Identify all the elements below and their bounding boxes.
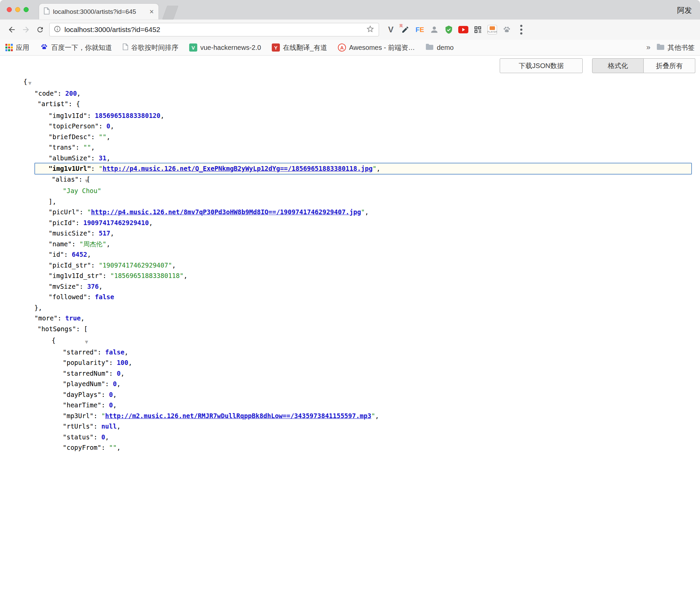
bookmark-label: Awesomes - 前端资… — [349, 43, 415, 52]
folder-icon — [426, 43, 434, 52]
bookmarks-overflow-chevron[interactable]: » — [646, 43, 650, 52]
zoom-window-button[interactable] — [24, 7, 29, 12]
bookmark-demo-folder[interactable]: demo — [426, 43, 454, 52]
collapse-caret-icon[interactable]: ▼ — [85, 340, 88, 344]
url-text[interactable]: localhost:3000/artists?id=6452 — [64, 26, 362, 34]
json-viewer: ▼{"code": 200,▼"artist": {"img1v1Id": 18… — [0, 76, 700, 453]
window-controls — [7, 7, 29, 12]
profile-name[interactable]: 阿发 — [677, 5, 692, 15]
browser-toolbar: localhost:3000/artists?id=6452 V 英 FE — [0, 20, 700, 40]
json-url-link[interactable]: http://m2.music.126.net/RMJR7wDullRqppBk… — [105, 412, 371, 419]
json-toolbar: 下载JSON数据 格式化 折叠所有 — [500, 58, 695, 73]
json-line: "code": 200, — [0, 88, 700, 99]
translate-extension-icon[interactable]: 英 — [400, 24, 410, 35]
json-line: "albumSize": 31, — [0, 153, 700, 164]
bookmark-star-icon[interactable] — [366, 25, 375, 35]
json-line: "popularity": 100, — [0, 357, 700, 368]
json-line: "playedNum": 0, — [0, 379, 700, 390]
youdao-icon: Y — [272, 43, 280, 52]
json-line: "followed": false — [0, 292, 700, 303]
new-tab-button[interactable] — [163, 6, 178, 20]
page-content: 下载JSON数据 格式化 折叠所有 ▼{"code": 200,▼"artist… — [0, 56, 700, 591]
bookmark-label: 在线翻译_有道 — [283, 43, 327, 52]
download-json-button[interactable]: 下载JSON数据 — [500, 58, 583, 73]
json-line: "dayPlays": 0, — [0, 390, 700, 400]
close-window-button[interactable] — [7, 7, 12, 12]
json-line: "starred": false, — [0, 347, 700, 358]
json-line: ▼"alias": [ — [0, 174, 700, 186]
bookmark-label: demo — [437, 44, 454, 52]
vue-icon: V — [189, 43, 197, 52]
json-line: ▼"artist": { — [0, 99, 700, 111]
json-line: ], — [0, 196, 700, 207]
collapse-all-button[interactable]: 折叠所有 — [644, 58, 695, 73]
address-bar[interactable]: localhost:3000/artists?id=6452 — [49, 23, 379, 36]
awesomes-icon: A — [338, 43, 346, 52]
json-line: ▼{ — [0, 76, 700, 88]
browser-tab[interactable]: localhost:3000/artists?id=645 × — [39, 4, 158, 20]
vimium-extension-icon[interactable]: V — [386, 24, 396, 35]
json-url-link[interactable]: http://p4.music.126.net/8mv7qP30Pd3oHW8b… — [91, 208, 361, 216]
folder-icon — [657, 43, 665, 52]
json-line[interactable]: "img1v1Url": "http://p4.music.126.net/Q_… — [0, 163, 700, 174]
json-line: ▼"hotSongs": [ — [0, 324, 700, 336]
bookmark-youdao[interactable]: Y 在线翻译_有道 — [272, 43, 327, 52]
collapse-caret-icon[interactable]: ▼ — [28, 81, 31, 86]
json-line: "mvSize": 376, — [0, 281, 700, 292]
tab-close-icon[interactable]: × — [149, 8, 154, 15]
bookmarks-bar: 应用 百度一下，你就知道 谷歌按时间排序 V vue-hackernews-2.… — [0, 40, 700, 56]
json-line: "briefDesc": "", — [0, 132, 700, 143]
json-line: "copyFrom": "", — [0, 442, 700, 453]
json-line: ▼{ — [0, 335, 700, 347]
bookmark-google-sort[interactable]: 谷歌按时间排序 — [123, 43, 178, 52]
browser-menu-icon[interactable] — [516, 24, 526, 35]
json-line: "more": true, — [0, 313, 700, 324]
bookmark-label: 百度一下，你就知道 — [51, 43, 112, 52]
json-line: "topicPerson": 0, — [0, 121, 700, 132]
paw-extension-icon[interactable] — [502, 24, 512, 35]
json-line: "Jay Chou" — [0, 186, 700, 196]
site-info-icon[interactable] — [54, 25, 61, 34]
json-line: }, — [0, 303, 700, 313]
json-line: "picId_str": "19097417462929407", — [0, 260, 700, 271]
json-line: "hearTime": 0, — [0, 400, 700, 411]
json-url-link[interactable]: http://p4.music.126.net/Q_ExePNkmgB2yWyL… — [103, 165, 373, 172]
profile-person-icon[interactable] — [429, 24, 439, 35]
forward-button[interactable] — [19, 23, 33, 37]
bookmark-vue-hackernews[interactable]: V vue-hackernews-2.0 — [189, 43, 261, 52]
youtube-extension-icon[interactable] — [458, 24, 468, 35]
json-line: "mp3Url": "http://m2.music.126.net/RMJR7… — [0, 411, 700, 422]
json-line: "picId": 19097417462929410, — [0, 218, 700, 228]
minimize-window-button[interactable] — [15, 7, 20, 12]
baidu-paw-icon — [40, 43, 48, 53]
json-line: "img1v1Id": 18569651883380120, — [0, 111, 700, 121]
json-line: "starredNum": 0, — [0, 368, 700, 379]
json-line: "name": "周杰伦", — [0, 239, 700, 250]
reload-button[interactable] — [33, 23, 47, 37]
shield-extension-icon[interactable] — [444, 24, 454, 35]
json-line: "id": 6452, — [0, 249, 700, 260]
json-line: "musicSize": 517, — [0, 228, 700, 239]
apps-grid-icon — [5, 44, 13, 51]
format-button[interactable]: 格式化 — [592, 58, 644, 73]
bookmark-label: 谷歌按时间排序 — [131, 43, 178, 52]
bookmark-apps[interactable]: 应用 — [5, 43, 29, 52]
json-line: "rtUrls": null, — [0, 421, 700, 432]
bookmark-awesomes[interactable]: A Awesomes - 前端资… — [338, 43, 415, 52]
json-line: "img1v1Id_str": "18569651883380118", — [0, 271, 700, 281]
json-line: "picUrl": "http://p4.music.126.net/8mv7q… — [0, 207, 700, 218]
bookmark-label: 其他书签 — [668, 43, 695, 52]
player-extension-icon[interactable]: PLAYER — [487, 24, 497, 35]
bookmark-label: 应用 — [16, 43, 29, 52]
back-button[interactable] — [5, 23, 19, 37]
tab-strip: localhost:3000/artists?id=645 × 阿发 — [0, 0, 700, 20]
bookmark-baidu[interactable]: 百度一下，你就知道 — [40, 43, 112, 53]
json-line: "trans": "", — [0, 142, 700, 153]
fe-extension-icon[interactable]: FE — [415, 24, 425, 35]
browser-window: localhost:3000/artists?id=645 × 阿发 local… — [0, 0, 700, 591]
bookmark-label: vue-hackernews-2.0 — [200, 44, 261, 52]
page-icon — [123, 43, 128, 52]
bookmark-other-bookmarks[interactable]: 其他书签 — [657, 43, 695, 52]
qrcode-extension-icon[interactable] — [473, 24, 483, 35]
page-favicon-icon — [44, 7, 50, 16]
